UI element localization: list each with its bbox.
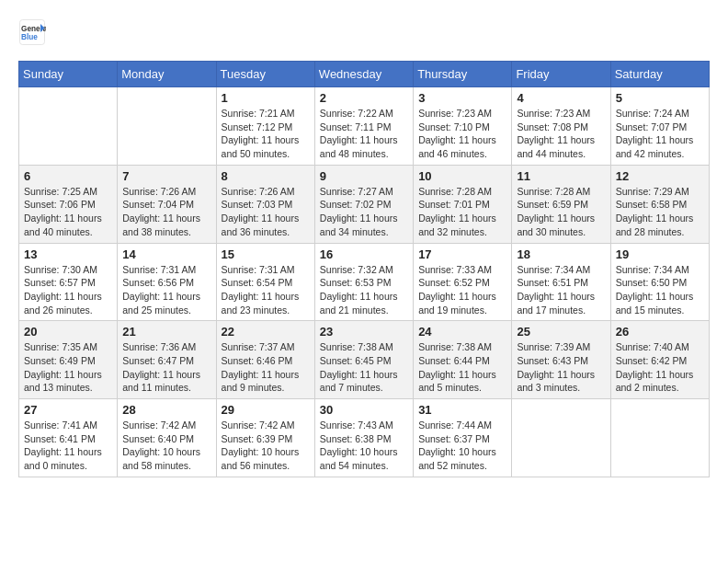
calendar-header-tuesday: Tuesday xyxy=(216,62,314,87)
day-number: 10 xyxy=(418,169,506,183)
calendar-cell: 7Sunrise: 7:26 AMSunset: 7:04 PMDaylight… xyxy=(118,165,216,243)
calendar-cell: 30Sunrise: 7:43 AMSunset: 6:38 PMDayligh… xyxy=(314,399,413,477)
day-info: Sunrise: 7:35 AMSunset: 6:49 PMDaylight:… xyxy=(24,340,112,395)
calendar-header-thursday: Thursday xyxy=(414,62,512,87)
calendar-cell: 15Sunrise: 7:31 AMSunset: 6:54 PMDayligh… xyxy=(216,243,314,321)
calendar-cell: 21Sunrise: 7:36 AMSunset: 6:47 PMDayligh… xyxy=(118,321,216,399)
day-number: 7 xyxy=(122,169,210,183)
calendar-cell: 1Sunrise: 7:21 AMSunset: 7:12 PMDaylight… xyxy=(216,87,314,166)
day-number: 26 xyxy=(616,325,704,339)
day-number: 24 xyxy=(418,325,506,339)
day-info: Sunrise: 7:27 AMSunset: 7:02 PMDaylight:… xyxy=(320,185,408,239)
calendar-cell xyxy=(19,87,118,166)
calendar-cell xyxy=(610,399,709,477)
calendar-table: SundayMondayTuesdayWednesdayThursdayFrid… xyxy=(18,61,710,477)
day-info: Sunrise: 7:25 AMSunset: 7:06 PMDaylight:… xyxy=(24,185,112,239)
day-number: 23 xyxy=(320,325,408,339)
day-info: Sunrise: 7:42 AMSunset: 6:40 PMDaylight:… xyxy=(122,419,210,473)
calendar-week-row: 1Sunrise: 7:21 AMSunset: 7:12 PMDaylight… xyxy=(19,87,710,166)
day-info: Sunrise: 7:34 AMSunset: 6:50 PMDaylight:… xyxy=(616,263,704,317)
day-number: 8 xyxy=(222,169,310,183)
day-info: Sunrise: 7:40 AMSunset: 6:42 PMDaylight:… xyxy=(616,340,704,395)
calendar-cell: 24Sunrise: 7:38 AMSunset: 6:44 PMDayligh… xyxy=(414,321,512,399)
day-number: 29 xyxy=(222,403,310,417)
day-number: 9 xyxy=(320,169,408,183)
day-info: Sunrise: 7:23 AMSunset: 7:08 PMDaylight:… xyxy=(517,107,605,161)
day-info: Sunrise: 7:24 AMSunset: 7:07 PMDaylight:… xyxy=(616,107,704,161)
calendar-cell: 23Sunrise: 7:38 AMSunset: 6:45 PMDayligh… xyxy=(314,321,413,399)
day-info: Sunrise: 7:38 AMSunset: 6:44 PMDaylight:… xyxy=(418,340,506,395)
day-number: 14 xyxy=(122,247,210,261)
day-number: 28 xyxy=(122,403,210,417)
calendar-header-row: SundayMondayTuesdayWednesdayThursdayFrid… xyxy=(19,62,710,87)
calendar-cell: 10Sunrise: 7:28 AMSunset: 7:01 PMDayligh… xyxy=(414,165,512,243)
calendar-cell: 9Sunrise: 7:27 AMSunset: 7:02 PMDaylight… xyxy=(314,165,413,243)
day-info: Sunrise: 7:31 AMSunset: 6:56 PMDaylight:… xyxy=(122,263,210,317)
calendar-cell: 13Sunrise: 7:30 AMSunset: 6:57 PMDayligh… xyxy=(19,243,118,321)
calendar-cell: 14Sunrise: 7:31 AMSunset: 6:56 PMDayligh… xyxy=(118,243,216,321)
calendar-cell: 2Sunrise: 7:22 AMSunset: 7:11 PMDaylight… xyxy=(314,87,413,166)
calendar-cell: 3Sunrise: 7:23 AMSunset: 7:10 PMDaylight… xyxy=(414,87,512,166)
day-info: Sunrise: 7:23 AMSunset: 7:10 PMDaylight:… xyxy=(418,107,506,161)
calendar-cell: 17Sunrise: 7:33 AMSunset: 6:52 PMDayligh… xyxy=(414,243,512,321)
day-info: Sunrise: 7:36 AMSunset: 6:47 PMDaylight:… xyxy=(122,340,210,395)
day-info: Sunrise: 7:28 AMSunset: 6:59 PMDaylight:… xyxy=(517,185,605,239)
calendar-cell: 16Sunrise: 7:32 AMSunset: 6:53 PMDayligh… xyxy=(314,243,413,321)
day-info: Sunrise: 7:34 AMSunset: 6:51 PMDaylight:… xyxy=(517,263,605,317)
calendar-cell: 8Sunrise: 7:26 AMSunset: 7:03 PMDaylight… xyxy=(216,165,314,243)
calendar-header-monday: Monday xyxy=(118,62,216,87)
day-number: 15 xyxy=(222,247,310,261)
day-number: 13 xyxy=(24,247,112,261)
calendar-cell: 27Sunrise: 7:41 AMSunset: 6:41 PMDayligh… xyxy=(19,399,118,477)
page-header: General Blue xyxy=(18,18,710,46)
day-number: 4 xyxy=(517,91,605,105)
day-info: Sunrise: 7:42 AMSunset: 6:39 PMDaylight:… xyxy=(222,419,310,473)
day-number: 5 xyxy=(616,91,704,105)
day-info: Sunrise: 7:28 AMSunset: 7:01 PMDaylight:… xyxy=(418,185,506,239)
day-info: Sunrise: 7:39 AMSunset: 6:43 PMDaylight:… xyxy=(517,340,605,395)
calendar-cell: 26Sunrise: 7:40 AMSunset: 6:42 PMDayligh… xyxy=(610,321,709,399)
calendar-cell: 5Sunrise: 7:24 AMSunset: 7:07 PMDaylight… xyxy=(610,87,709,166)
calendar-cell: 28Sunrise: 7:42 AMSunset: 6:40 PMDayligh… xyxy=(118,399,216,477)
day-number: 22 xyxy=(222,325,310,339)
day-number: 25 xyxy=(517,325,605,339)
calendar-cell: 22Sunrise: 7:37 AMSunset: 6:46 PMDayligh… xyxy=(216,321,314,399)
calendar-week-row: 20Sunrise: 7:35 AMSunset: 6:49 PMDayligh… xyxy=(19,321,710,399)
day-number: 17 xyxy=(418,247,506,261)
day-number: 11 xyxy=(517,169,605,183)
day-number: 31 xyxy=(418,403,506,417)
day-number: 6 xyxy=(24,169,112,183)
calendar-cell: 12Sunrise: 7:29 AMSunset: 6:58 PMDayligh… xyxy=(610,165,709,243)
calendar-cell: 31Sunrise: 7:44 AMSunset: 6:37 PMDayligh… xyxy=(414,399,512,477)
day-info: Sunrise: 7:22 AMSunset: 7:11 PMDaylight:… xyxy=(320,107,408,161)
calendar-cell: 18Sunrise: 7:34 AMSunset: 6:51 PMDayligh… xyxy=(512,243,610,321)
day-info: Sunrise: 7:26 AMSunset: 7:04 PMDaylight:… xyxy=(122,185,210,239)
calendar-week-row: 6Sunrise: 7:25 AMSunset: 7:06 PMDaylight… xyxy=(19,165,710,243)
calendar-cell: 4Sunrise: 7:23 AMSunset: 7:08 PMDaylight… xyxy=(512,87,610,166)
day-info: Sunrise: 7:44 AMSunset: 6:37 PMDaylight:… xyxy=(418,419,506,473)
day-info: Sunrise: 7:32 AMSunset: 6:53 PMDaylight:… xyxy=(320,263,408,317)
day-info: Sunrise: 7:26 AMSunset: 7:03 PMDaylight:… xyxy=(222,185,310,239)
svg-text:Blue: Blue xyxy=(21,33,38,41)
day-info: Sunrise: 7:29 AMSunset: 6:58 PMDaylight:… xyxy=(616,185,704,239)
day-number: 16 xyxy=(320,247,408,261)
day-info: Sunrise: 7:31 AMSunset: 6:54 PMDaylight:… xyxy=(222,263,310,317)
calendar-header-friday: Friday xyxy=(512,62,610,87)
day-info: Sunrise: 7:41 AMSunset: 6:41 PMDaylight:… xyxy=(24,419,112,473)
day-number: 30 xyxy=(320,403,408,417)
calendar-cell: 20Sunrise: 7:35 AMSunset: 6:49 PMDayligh… xyxy=(19,321,118,399)
calendar-header-wednesday: Wednesday xyxy=(314,62,413,87)
calendar-cell: 6Sunrise: 7:25 AMSunset: 7:06 PMDaylight… xyxy=(19,165,118,243)
calendar-header-saturday: Saturday xyxy=(610,62,709,87)
day-info: Sunrise: 7:43 AMSunset: 6:38 PMDaylight:… xyxy=(320,419,408,473)
day-number: 1 xyxy=(222,91,310,105)
calendar-header-sunday: Sunday xyxy=(19,62,118,87)
day-number: 12 xyxy=(616,169,704,183)
logo-icon: General Blue xyxy=(18,18,46,46)
day-number: 2 xyxy=(320,91,408,105)
day-info: Sunrise: 7:33 AMSunset: 6:52 PMDaylight:… xyxy=(418,263,506,317)
day-info: Sunrise: 7:21 AMSunset: 7:12 PMDaylight:… xyxy=(222,107,310,161)
day-number: 20 xyxy=(24,325,112,339)
calendar-week-row: 13Sunrise: 7:30 AMSunset: 6:57 PMDayligh… xyxy=(19,243,710,321)
day-number: 18 xyxy=(517,247,605,261)
